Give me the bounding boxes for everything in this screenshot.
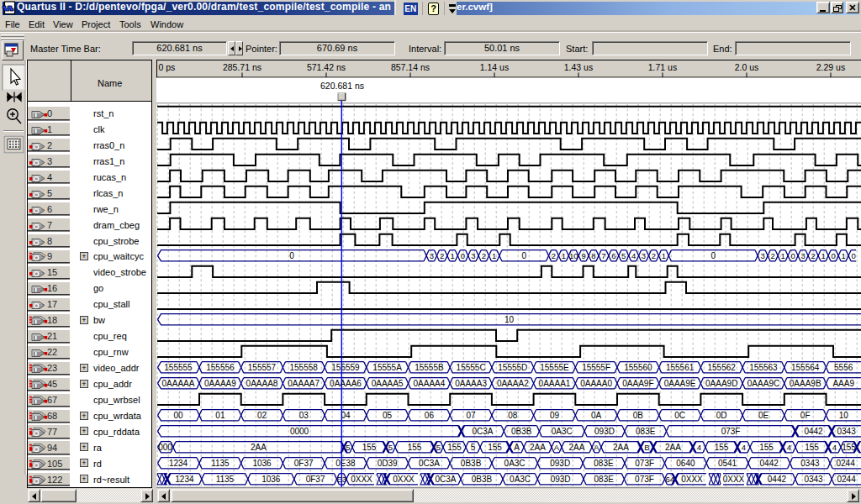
svg-text:155556: 155556 <box>206 363 235 372</box>
svg-text:2: 2 <box>770 251 774 260</box>
svg-text:0541: 0541 <box>718 459 737 468</box>
svg-text:000: 000 <box>158 443 172 452</box>
svg-text:0AAAA2: 0AAAA2 <box>497 379 529 388</box>
svg-text:2AA: 2AA <box>569 443 585 452</box>
svg-text:2: 2 <box>440 251 444 260</box>
svg-text:1036: 1036 <box>261 475 281 484</box>
svg-text:1135: 1135 <box>216 475 235 484</box>
svg-text:155559: 155559 <box>331 363 360 372</box>
svg-text:155558: 155558 <box>290 363 319 372</box>
svg-text:0C3A: 0C3A <box>419 459 440 468</box>
svg-text:0244: 0244 <box>836 459 855 468</box>
svg-text:4: 4 <box>832 443 837 452</box>
svg-text:5556: 5556 <box>834 363 853 372</box>
svg-text:0: 0 <box>461 251 465 260</box>
svg-text:0: 0 <box>831 251 835 260</box>
svg-text:0A3C: 0A3C <box>552 427 573 436</box>
svg-text:571.42 ns: 571.42 ns <box>307 62 346 72</box>
svg-text:0A3C: 0A3C <box>504 459 526 468</box>
svg-text:9: 9 <box>581 251 585 260</box>
svg-text:0442: 0442 <box>804 427 823 436</box>
svg-text:0A3C: 0A3C <box>510 475 531 484</box>
svg-text:0C: 0C <box>674 411 685 420</box>
svg-text:0343: 0343 <box>804 475 823 484</box>
svg-text:2AA: 2AA <box>530 443 546 452</box>
svg-text:0: 0 <box>790 251 795 260</box>
svg-text:0C3A: 0C3A <box>472 427 493 436</box>
svg-text:093D: 093D <box>594 427 615 436</box>
svg-text:083E: 083E <box>636 427 656 436</box>
svg-text:0F37: 0F37 <box>294 459 314 468</box>
svg-text:1135: 1135 <box>211 459 230 468</box>
svg-text:155561: 155561 <box>666 363 695 372</box>
svg-text:1: 1 <box>562 251 566 260</box>
svg-text:083E: 083E <box>594 475 615 484</box>
svg-text:5: 5 <box>388 443 393 452</box>
svg-text:0XXX: 0XXX <box>681 475 703 484</box>
svg-text:093D: 093D <box>550 459 570 468</box>
svg-text:8: 8 <box>591 251 595 260</box>
svg-text:0AAAA9: 0AAAA9 <box>204 379 236 388</box>
svg-text:A: A <box>554 443 560 452</box>
svg-text:1: 1 <box>450 251 454 260</box>
svg-text:1.43 us: 1.43 us <box>564 62 593 72</box>
svg-text:155: 155 <box>447 443 462 452</box>
svg-text:5: 5 <box>621 251 626 260</box>
svg-text:2AA: 2AA <box>665 443 681 452</box>
svg-text:0D39: 0D39 <box>378 459 398 468</box>
svg-text:15555E: 15555E <box>540 363 569 372</box>
svg-text:1.71 us: 1.71 us <box>648 62 677 72</box>
svg-text:155: 155 <box>488 443 502 452</box>
svg-text:073F: 073F <box>721 427 741 436</box>
svg-text:0AAA9F: 0AAA9F <box>622 379 653 388</box>
svg-text:4: 4 <box>787 443 791 452</box>
svg-text:2: 2 <box>811 251 815 260</box>
svg-text:0AAA9E: 0AAA9E <box>664 379 696 388</box>
svg-text:0AAA9C: 0AAA9C <box>747 379 779 388</box>
svg-text:155555: 155555 <box>164 363 193 372</box>
svg-text:0C3A: 0C3A <box>435 475 456 484</box>
svg-text:073F: 073F <box>635 459 654 468</box>
svg-text:0AAAA7: 0AAAA7 <box>288 379 320 388</box>
svg-text:A: A <box>514 443 520 452</box>
svg-text:0F37: 0F37 <box>306 475 325 484</box>
svg-text:00: 00 <box>173 411 183 420</box>
svg-text:0E: 0E <box>758 411 769 420</box>
svg-text:073F: 073F <box>635 475 654 484</box>
svg-text:155: 155 <box>715 443 729 452</box>
svg-text:7: 7 <box>601 251 605 260</box>
svg-text:0AAA9B: 0AAA9B <box>790 379 821 388</box>
svg-text:0: 0 <box>851 251 855 260</box>
svg-text:07: 07 <box>467 411 477 420</box>
svg-text:06: 06 <box>425 411 435 420</box>
svg-text:15555C: 15555C <box>457 363 486 372</box>
svg-text:10: 10 <box>839 411 849 420</box>
svg-text:285.71 ns: 285.71 ns <box>223 62 261 72</box>
svg-text:03: 03 <box>299 411 309 420</box>
svg-text:0B: 0B <box>633 411 644 420</box>
svg-text:0: 0 <box>710 251 716 260</box>
svg-text:0F: 0F <box>800 411 811 420</box>
svg-text:4: 4 <box>697 443 701 452</box>
svg-text:1234: 1234 <box>175 475 194 484</box>
svg-text:0AAAA8: 0AAAA8 <box>246 379 278 388</box>
svg-text:5: 5 <box>436 443 441 452</box>
svg-text:1: 1 <box>841 251 845 260</box>
svg-text:0XXX: 0XXX <box>351 475 372 484</box>
svg-text:2: 2 <box>482 251 486 260</box>
svg-text:155560: 155560 <box>624 363 652 372</box>
svg-text:0D: 0D <box>716 411 727 420</box>
svg-text:0AAAAA: 0AAAAA <box>162 379 195 388</box>
svg-text:04: 04 <box>341 411 351 420</box>
svg-text:155: 155 <box>362 443 377 452</box>
svg-text:0AAAA3: 0AAAA3 <box>455 379 487 388</box>
svg-text:0442: 0442 <box>760 459 779 468</box>
svg-text:A: A <box>594 443 600 452</box>
svg-text:4: 4 <box>742 443 746 452</box>
svg-text:0: 0 <box>289 251 294 260</box>
svg-text:6: 6 <box>611 251 615 260</box>
svg-text:0AAAA5: 0AAAA5 <box>372 379 404 388</box>
svg-text:083E: 083E <box>594 459 614 468</box>
svg-text:09: 09 <box>550 411 560 420</box>
svg-text:2AA: 2AA <box>613 443 629 452</box>
